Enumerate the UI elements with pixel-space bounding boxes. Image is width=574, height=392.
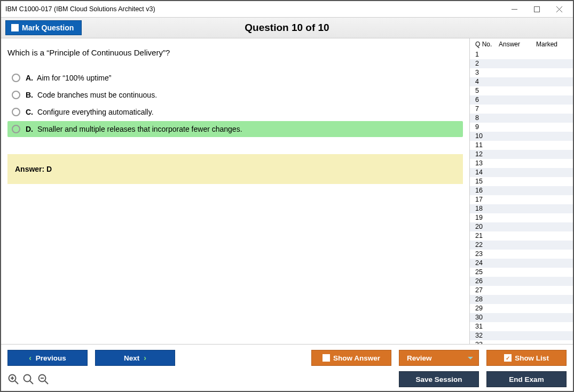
question-row[interactable]: 8 <box>470 114 573 123</box>
question-row[interactable]: 16 <box>470 186 573 195</box>
question-row[interactable]: 19 <box>470 213 573 222</box>
question-row[interactable]: 14 <box>470 168 573 177</box>
show-list-button[interactable]: ✓ Show List <box>486 350 567 366</box>
close-button[interactable] <box>548 2 570 16</box>
row-marked <box>536 132 573 140</box>
question-row[interactable]: 22 <box>470 241 573 250</box>
question-row[interactable]: 31 <box>470 322 573 331</box>
row-qno: 5 <box>475 87 499 95</box>
choice-d[interactable]: D. Smaller and multiple releases that in… <box>7 121 463 137</box>
question-row[interactable]: 13 <box>470 159 573 168</box>
question-row[interactable]: 11 <box>470 141 573 150</box>
row-marked <box>536 196 573 204</box>
question-row[interactable]: 12 <box>470 150 573 159</box>
question-row[interactable]: 17 <box>470 195 573 204</box>
radio-icon <box>12 74 20 82</box>
question-row[interactable]: 15 <box>470 177 573 186</box>
row-qno: 2 <box>475 60 499 68</box>
row-answer <box>499 268 536 276</box>
row-qno: 13 <box>475 159 499 167</box>
question-row[interactable]: 2 <box>470 59 573 68</box>
show-answer-button[interactable]: Show Answer <box>311 350 391 366</box>
minimize-button[interactable] <box>504 2 525 16</box>
row-marked <box>536 205 573 213</box>
save-session-label: Save Session <box>415 375 462 383</box>
choice-a[interactable]: A. Aim for “100% uptime” <box>7 70 463 86</box>
row-qno: 15 <box>475 178 499 186</box>
question-row[interactable]: 9 <box>470 123 573 132</box>
zoom-in-icon[interactable] <box>7 373 19 385</box>
row-qno: 31 <box>475 323 499 331</box>
row-marked <box>536 250 573 258</box>
row-marked <box>536 87 573 95</box>
next-button[interactable]: Next › <box>95 350 175 366</box>
maximize-button[interactable] <box>526 2 547 16</box>
row-qno: 19 <box>475 214 499 222</box>
row-answer <box>499 250 536 258</box>
question-row[interactable]: 27 <box>470 286 573 295</box>
question-list-wrapper: 1234567891011121314151617181920212223242… <box>470 50 573 344</box>
row-answer <box>499 295 536 303</box>
row-answer <box>499 78 536 86</box>
window-controls <box>504 2 570 16</box>
row-qno: 29 <box>475 305 499 313</box>
row-marked <box>536 259 573 267</box>
question-row[interactable]: 30 <box>470 313 573 322</box>
row-marked <box>536 69 573 77</box>
question-row[interactable]: 21 <box>470 231 573 241</box>
svg-line-5 <box>15 381 18 384</box>
row-qno: 17 <box>475 196 499 204</box>
question-row[interactable]: 28 <box>470 295 573 304</box>
review-button[interactable]: Review <box>399 350 479 366</box>
zoom-out-icon[interactable] <box>37 373 49 385</box>
row-answer <box>499 241 536 249</box>
row-qno: 32 <box>475 332 499 340</box>
question-row[interactable]: 1 <box>470 50 573 59</box>
row-answer <box>499 323 536 331</box>
row-answer <box>499 105 536 113</box>
row-answer <box>499 187 536 195</box>
question-row[interactable]: 10 <box>470 132 573 141</box>
radio-icon <box>12 91 20 99</box>
save-session-button[interactable]: Save Session <box>399 371 479 387</box>
question-row[interactable]: 18 <box>470 204 573 213</box>
row-answer <box>499 87 536 95</box>
row-qno: 23 <box>475 250 499 258</box>
top-bar: Mark Question Question 10 of 10 <box>1 17 573 38</box>
question-list[interactable]: 1234567891011121314151617181920212223242… <box>470 50 573 344</box>
row-marked <box>536 232 573 240</box>
question-row[interactable]: 32 <box>470 331 573 340</box>
question-row[interactable]: 26 <box>470 277 573 286</box>
review-label: Review <box>407 354 432 362</box>
mark-question-button[interactable]: Mark Question <box>5 20 82 35</box>
row-answer <box>499 223 536 231</box>
question-row[interactable]: 6 <box>470 95 573 105</box>
row-marked <box>536 214 573 222</box>
question-row[interactable]: 7 <box>470 105 573 114</box>
choice-text: A. Aim for “100% uptime” <box>26 74 111 82</box>
main-area: Which is a “Principle of Continuous Deli… <box>1 38 573 344</box>
zoom-controls <box>7 373 49 385</box>
row-marked <box>536 150 573 158</box>
row-answer <box>499 159 536 167</box>
question-row[interactable]: 20 <box>470 222 573 231</box>
choice-c[interactable]: C. Configure everything automatically. <box>7 104 463 120</box>
end-exam-button[interactable]: End Exam <box>486 371 567 387</box>
previous-button[interactable]: ‹ Previous <box>7 350 88 366</box>
question-row[interactable]: 29 <box>470 304 573 313</box>
question-row[interactable]: 24 <box>470 259 573 268</box>
question-row[interactable]: 3 <box>470 68 573 77</box>
choice-b[interactable]: B. Code branches must be continuous. <box>7 87 463 103</box>
radio-icon <box>12 108 20 116</box>
row-marked <box>536 60 573 68</box>
question-row[interactable]: 23 <box>470 250 573 259</box>
question-row[interactable]: 33 <box>470 340 573 344</box>
chevron-left-icon: ‹ <box>29 354 32 362</box>
question-row[interactable]: 4 <box>470 77 573 86</box>
zoom-reset-icon[interactable] <box>22 373 34 385</box>
question-row[interactable]: 5 <box>470 86 573 95</box>
row-answer <box>499 169 536 177</box>
row-qno: 4 <box>475 78 499 86</box>
question-row[interactable]: 25 <box>470 268 573 277</box>
row-qno: 18 <box>475 205 499 213</box>
